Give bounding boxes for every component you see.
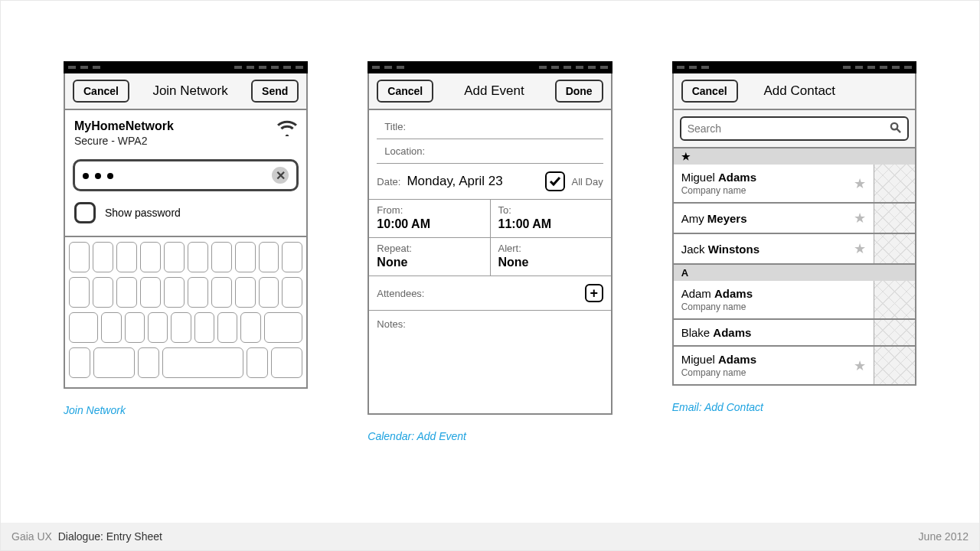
contact-name: Amy Meyers xyxy=(681,212,747,225)
notes-field[interactable]: Notes: xyxy=(377,318,603,330)
section-a: A xyxy=(672,265,916,281)
dialog-title: Add Event xyxy=(433,83,554,99)
cancel-button[interactable]: Cancel xyxy=(73,80,129,103)
network-name: MyHomeNetwork xyxy=(74,119,174,133)
panel-caption: Email: Add Contact xyxy=(672,401,916,413)
clear-icon[interactable]: ✕ xyxy=(272,167,289,184)
password-dots xyxy=(83,168,119,182)
contact-row[interactable]: Jack Winstons★ xyxy=(672,234,916,265)
footer: Gaia UX Dialogue: Entry Sheet June 2012 xyxy=(1,523,979,550)
cancel-button[interactable]: Cancel xyxy=(681,80,738,103)
contact-name: Jack Winstons xyxy=(681,243,760,256)
contact-company: Company name xyxy=(681,185,756,196)
contact-name: Miguel Adams xyxy=(681,171,756,184)
keyboard[interactable] xyxy=(65,236,306,387)
allday-checkbox[interactable] xyxy=(545,171,565,191)
search-placeholder: Search xyxy=(688,122,721,135)
contact-name: Adam Adams xyxy=(681,287,753,300)
join-network-panel: Cancel Join Network Send MyHomeNetwork S… xyxy=(64,61,308,442)
svg-line-1 xyxy=(897,129,900,132)
dialog-title: Add Contact xyxy=(738,83,861,99)
contact-row[interactable]: Miguel AdamsCompany name★ xyxy=(672,165,916,204)
star-icon: ★ xyxy=(854,175,866,192)
titlebar xyxy=(672,61,916,73)
location-field[interactable]: Location: xyxy=(384,145,595,157)
dialog-header: Cancel Add Event Done xyxy=(368,73,612,110)
star-icon: ★ xyxy=(854,240,866,257)
footer-title: Dialogue: Entry Sheet xyxy=(58,530,162,543)
allday-label: All Day xyxy=(571,176,603,187)
search-icon xyxy=(890,122,901,136)
contact-company: Company name xyxy=(681,302,753,312)
contact-row[interactable]: Blake Adams xyxy=(672,320,916,347)
attendees-label: Attendees: xyxy=(377,288,424,299)
password-input[interactable]: ✕ xyxy=(73,159,299,191)
svg-point-0 xyxy=(891,122,897,129)
contact-avatar xyxy=(874,281,915,318)
dialog-header: Cancel Join Network Send xyxy=(64,73,308,110)
cancel-button[interactable]: Cancel xyxy=(377,80,433,103)
contact-row[interactable]: Adam AdamsCompany name xyxy=(672,281,916,320)
contact-name: Blake Adams xyxy=(681,326,752,339)
star-icon: ★ xyxy=(854,357,866,374)
contact-row[interactable]: Amy Meyers★ xyxy=(672,204,916,234)
contact-company: Company name xyxy=(681,367,756,378)
contact-row[interactable]: Miguel AdamsCompany name★ xyxy=(672,347,916,386)
from-field[interactable]: From:10:00 AM xyxy=(369,200,490,237)
alert-field[interactable]: Alert:None xyxy=(491,238,611,276)
title-field[interactable]: Title: xyxy=(384,121,595,132)
dialog-header: Cancel Add Contact xyxy=(672,73,916,110)
show-password-checkbox[interactable] xyxy=(74,202,96,223)
add-contact-panel: Cancel Add Contact Search ★ Miguel Adams… xyxy=(672,61,916,442)
show-password-label: Show password xyxy=(105,207,181,219)
wifi-icon xyxy=(277,119,297,139)
star-icon: ★ xyxy=(854,210,866,227)
network-security: Secure - WPA2 xyxy=(74,135,174,147)
footer-product: Gaia UX xyxy=(11,530,52,543)
search-input[interactable]: Search xyxy=(680,116,909,141)
contact-avatar xyxy=(874,320,915,345)
titlebar xyxy=(368,61,612,73)
add-event-panel: Cancel Add Event Done Title: Location: D… xyxy=(368,61,612,442)
panel-caption: Calendar: Add Event xyxy=(368,430,612,442)
date-value[interactable]: Monday, April 23 xyxy=(407,174,539,189)
contact-avatar xyxy=(874,165,915,202)
done-button[interactable]: Done xyxy=(555,80,603,103)
add-attendee-button[interactable]: + xyxy=(585,284,603,302)
dialog-title: Join Network xyxy=(129,83,251,99)
date-label: Date: xyxy=(377,176,400,187)
contact-name: Miguel Adams xyxy=(681,353,756,366)
repeat-field[interactable]: Repeat:None xyxy=(369,238,490,276)
to-field[interactable]: To:11:00 AM xyxy=(491,200,611,237)
section-favorites: ★ xyxy=(672,148,916,165)
titlebar xyxy=(64,61,308,73)
contact-avatar xyxy=(874,347,915,384)
footer-date: June 2012 xyxy=(919,530,969,543)
contact-avatar xyxy=(874,204,915,233)
send-button[interactable]: Send xyxy=(251,80,299,103)
contact-avatar xyxy=(874,234,915,263)
panel-caption: Join Network xyxy=(64,404,308,416)
